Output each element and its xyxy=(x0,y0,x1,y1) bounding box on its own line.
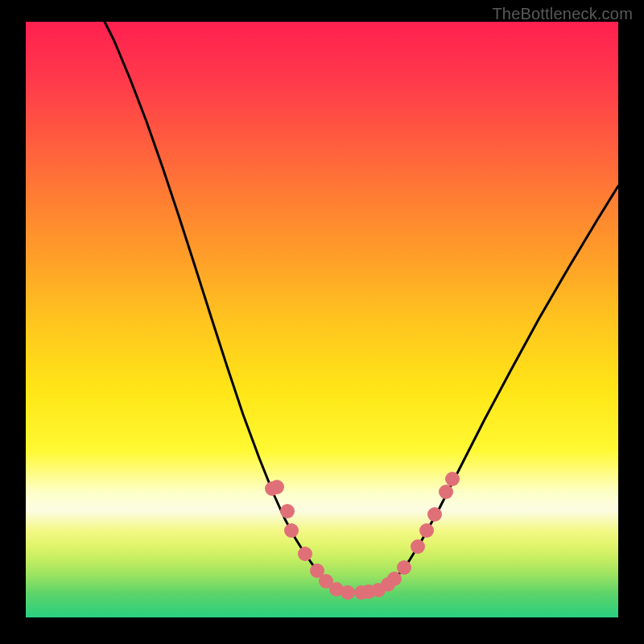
data-point-marker xyxy=(439,485,453,499)
bottleneck-curve-path xyxy=(105,22,618,592)
data-point-marker xyxy=(445,472,460,486)
data-point-marker xyxy=(298,547,312,561)
data-point-marker xyxy=(419,523,434,538)
data-point-marker xyxy=(411,539,425,554)
data-point-marker xyxy=(270,480,284,494)
curve-markers xyxy=(265,472,460,600)
data-point-marker xyxy=(427,507,442,522)
data-point-marker xyxy=(397,560,411,575)
data-point-marker xyxy=(387,572,402,586)
watermark-text: TheBottleneck.com xyxy=(492,5,633,23)
curve-lines xyxy=(105,22,618,592)
chart-frame xyxy=(26,22,618,617)
data-point-marker xyxy=(284,523,299,538)
bottleneck-curve-chart xyxy=(26,22,618,617)
data-point-marker xyxy=(280,504,295,518)
data-point-marker xyxy=(341,585,355,600)
